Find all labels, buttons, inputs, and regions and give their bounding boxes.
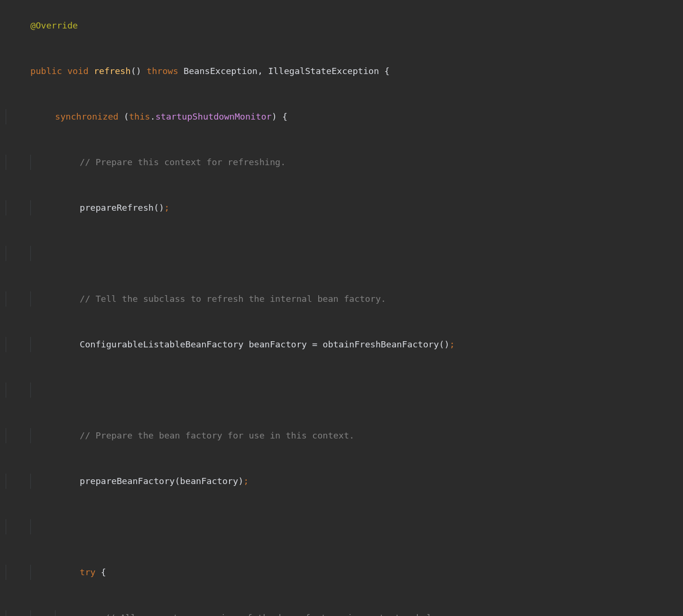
- call-prepare-bean-factory: prepareBeanFactory(beanFactory): [80, 476, 243, 486]
- comment: // Prepare this context for refreshing.: [80, 157, 286, 167]
- dot: .: [150, 112, 156, 121]
- parens: (): [131, 66, 141, 76]
- open-brace: {: [95, 567, 106, 577]
- keyword-throws: throws: [147, 66, 178, 76]
- code-line[interactable]: @Override: [0, 18, 683, 33]
- close-paren-brace: ) {: [272, 112, 287, 121]
- code-editor[interactable]: @Override public void refresh() throws B…: [0, 3, 683, 616]
- method-name: refresh: [94, 66, 131, 76]
- keyword-public: public: [30, 66, 62, 76]
- code-line[interactable]: ConfigurableListableBeanFactory beanFact…: [0, 337, 683, 352]
- comment: // Tell the subclass to refresh the inte…: [80, 294, 386, 304]
- code-line[interactable]: prepareRefresh();: [0, 200, 683, 215]
- call-prepare-refresh: prepareRefresh(): [80, 203, 164, 213]
- keyword-void: void: [67, 66, 89, 76]
- blank-line[interactable]: [0, 383, 683, 398]
- semicolon: ;: [164, 203, 169, 213]
- keyword-try: try: [80, 567, 95, 577]
- keyword-synchronized: synchronized: [55, 112, 119, 121]
- blank-line[interactable]: [0, 519, 683, 534]
- stmt-obtain-fresh-bean-factory: ConfigurableListableBeanFactory beanFact…: [80, 339, 450, 349]
- code-line[interactable]: public void refresh() throws BeansExcept…: [0, 64, 683, 79]
- annotation: @Override: [30, 20, 78, 30]
- field-startup-shutdown-monitor: startupShutdownMonitor: [156, 112, 272, 121]
- code-line[interactable]: // Tell the subclass to refresh the inte…: [0, 291, 683, 307]
- code-line[interactable]: try {: [0, 565, 683, 580]
- semicolon: ;: [243, 476, 249, 486]
- code-line[interactable]: // Prepare this context for refreshing.: [0, 155, 683, 170]
- semicolon: ;: [450, 339, 455, 349]
- open-brace: {: [384, 66, 389, 76]
- open-paren: (: [119, 112, 129, 121]
- comment: // Prepare the bean factory for use in t…: [80, 430, 354, 440]
- exception-list: BeansException, IllegalStateException: [178, 66, 384, 76]
- keyword-this: this: [129, 112, 150, 121]
- comment: // Allows post-processing of the bean fa…: [104, 613, 463, 616]
- code-line[interactable]: // Allows post-processing of the bean fa…: [0, 610, 683, 616]
- code-line[interactable]: synchronized (this.startupShutdownMonito…: [0, 109, 683, 124]
- code-line[interactable]: prepareBeanFactory(beanFactory);: [0, 474, 683, 489]
- code-line[interactable]: // Prepare the bean factory for use in t…: [0, 428, 683, 443]
- blank-line[interactable]: [0, 246, 683, 261]
